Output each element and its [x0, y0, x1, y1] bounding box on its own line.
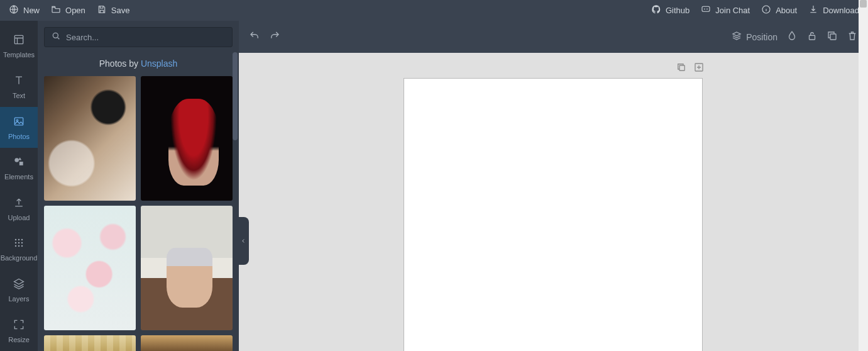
duplicate-button[interactable] — [827, 30, 838, 44]
svg-point-8 — [14, 158, 19, 162]
photo-thumbnail[interactable] — [141, 335, 233, 351]
sidebar-item-label: Background — [1, 254, 38, 262]
page-scrollbar[interactable] — [859, 0, 868, 351]
sidebar-tab-background[interactable]: Background — [0, 229, 38, 270]
duplicate-page-button[interactable] — [676, 62, 687, 75]
sidebar-tab-layers[interactable]: Layers — [0, 270, 38, 311]
svg-rect-5 — [14, 36, 23, 44]
text-icon — [13, 74, 25, 88]
download-label: Download — [823, 6, 859, 15]
sidebar-tab-text[interactable]: Text — [0, 67, 38, 108]
sidebar-item-label: Resize — [8, 336, 30, 343]
svg-point-10 — [15, 239, 17, 241]
svg-point-11 — [18, 239, 20, 241]
sidebar-item-label: Elements — [4, 173, 33, 181]
open-button[interactable]: Open — [51, 4, 85, 16]
svg-rect-21 — [830, 34, 836, 40]
sidebar-tab-photos[interactable]: Photos — [0, 107, 38, 148]
delete-button[interactable] — [847, 30, 858, 44]
sidebar-item-label: Text — [13, 92, 25, 99]
attribution-prefix: Photos by — [99, 58, 141, 69]
chevron-left-icon — [240, 235, 246, 247]
save-icon — [97, 4, 107, 16]
svg-point-17 — [18, 245, 20, 247]
canvas-viewport[interactable] — [239, 53, 868, 351]
svg-point-13 — [15, 242, 17, 244]
body-row: Templates Text Photos Elements Upload Ba… — [0, 21, 868, 351]
photo-grid-scroll[interactable] — [38, 76, 239, 351]
svg-point-19 — [53, 33, 58, 38]
attribution: Photos by Unsplash — [38, 50, 239, 76]
globe-icon — [9, 4, 19, 16]
join-chat-label: Join Chat — [715, 6, 750, 15]
redo-button[interactable] — [269, 30, 280, 44]
position-label: Position — [746, 32, 777, 42]
templates-icon — [13, 33, 25, 47]
search-input[interactable] — [66, 33, 226, 42]
about-link[interactable]: About — [761, 4, 797, 16]
add-page-button[interactable] — [693, 62, 705, 75]
menubar-right-group: Github Join Chat About Download — [651, 4, 859, 16]
photo-thumbnail[interactable] — [44, 206, 136, 330]
github-icon — [651, 4, 661, 16]
resize-icon — [13, 318, 25, 332]
svg-rect-6 — [14, 118, 23, 125]
about-label: About — [776, 6, 797, 15]
photo-thumbnail[interactable] — [44, 335, 136, 351]
opacity-button[interactable] — [786, 30, 798, 44]
photo-thumbnail[interactable] — [141, 206, 233, 330]
page-mini-toolbar — [676, 62, 705, 75]
photos-icon — [13, 115, 25, 129]
layers-icon — [731, 30, 742, 43]
new-label: New — [23, 6, 40, 15]
join-chat-link[interactable]: Join Chat — [701, 4, 750, 16]
svg-point-15 — [21, 242, 23, 244]
open-label: Open — [65, 6, 85, 15]
attribution-link[interactable]: Unsplash — [141, 58, 177, 69]
design-canvas[interactable] — [404, 78, 703, 351]
svg-point-16 — [15, 245, 17, 247]
position-button[interactable]: Position — [731, 30, 777, 43]
upload-icon — [13, 196, 25, 210]
search-field[interactable] — [44, 27, 233, 47]
top-menubar: New Open Save Github — [0, 0, 868, 21]
save-button[interactable]: Save — [97, 4, 130, 16]
search-wrap — [38, 21, 239, 50]
photo-thumbnail[interactable] — [141, 76, 233, 201]
svg-point-18 — [21, 245, 23, 247]
sidebar-tab-elements[interactable]: Elements — [0, 148, 38, 189]
svg-point-12 — [21, 239, 23, 241]
sidebar-item-label: Templates — [3, 51, 35, 58]
photo-thumbnail[interactable] — [44, 76, 136, 201]
sidebar-tab-resize[interactable]: Resize — [0, 310, 38, 351]
lock-button[interactable] — [806, 30, 818, 44]
github-link[interactable]: Github — [651, 4, 689, 16]
save-label: Save — [111, 6, 130, 15]
download-button[interactable]: Download — [808, 4, 859, 16]
page-scrollbar-thumb[interactable] — [860, 0, 867, 8]
side-panel: Photos by Unsplash — [38, 21, 239, 351]
sidebar-item-label: Photos — [8, 133, 30, 140]
svg-point-3 — [706, 8, 708, 9]
layers-icon — [13, 277, 25, 291]
sidebar-tab-templates[interactable]: Templates — [0, 26, 38, 67]
undo-button[interactable] — [249, 30, 260, 44]
svg-rect-9 — [19, 162, 23, 165]
panel-scrollbar-thumb[interactable] — [233, 52, 238, 140]
new-button[interactable]: New — [9, 4, 40, 16]
svg-rect-20 — [810, 35, 815, 40]
folder-open-icon — [51, 4, 61, 16]
svg-rect-22 — [679, 65, 684, 70]
panel-collapse-handle[interactable] — [238, 217, 249, 265]
elements-icon — [13, 155, 25, 169]
left-sidebar: Templates Text Photos Elements Upload Ba… — [0, 21, 38, 351]
menubar-left-group: New Open Save — [9, 4, 129, 16]
main-area: Position — [239, 21, 868, 351]
app-root: New Open Save Github — [0, 0, 868, 351]
sidebar-tab-upload[interactable]: Upload — [0, 189, 38, 230]
svg-rect-1 — [702, 6, 710, 11]
sidebar-item-label: Layers — [8, 295, 29, 303]
info-icon — [761, 4, 771, 16]
editor-toolbar: Position — [239, 21, 868, 53]
github-label: Github — [666, 6, 689, 15]
